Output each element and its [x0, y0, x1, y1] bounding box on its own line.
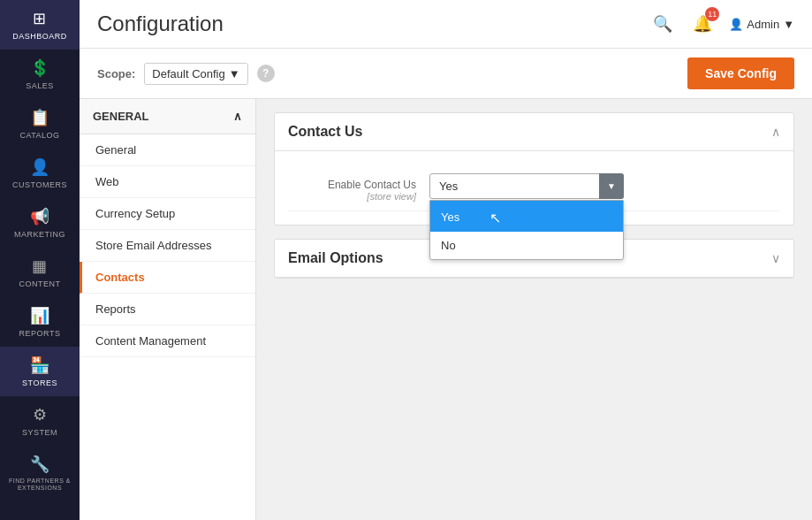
sidebar: ⊞ DASHBOARD 💲 SALES 📋 CATALOG 👤 CUSTOMER… — [0, 0, 80, 520]
left-nav-item-reports[interactable]: Reports — [80, 294, 255, 325]
header-actions: 🔍 🔔 11 👤 Admin ▼ — [649, 11, 794, 37]
sidebar-item-sales[interactable]: 💲 SALES — [0, 50, 80, 99]
collapse-up-icon: ∧ — [233, 110, 242, 123]
left-nav-item-general[interactable]: General — [80, 134, 255, 166]
admin-label: Admin — [747, 18, 779, 31]
left-nav-item-web[interactable]: Web — [80, 166, 255, 198]
chevron-down-icon: ▼ — [783, 18, 794, 31]
sidebar-item-reports[interactable]: 📊 REPORTS — [0, 297, 80, 347]
contact-us-section: Contact Us ∧ Enable Contact Us [store vi… — [274, 112, 794, 226]
sales-icon: 💲 — [30, 58, 50, 78]
content-icon: ▦ — [32, 256, 48, 276]
scope-bar: Scope: Default Config ▼ ? Save Config — [80, 49, 812, 99]
sidebar-item-stores[interactable]: 🏪 STORES — [0, 347, 80, 396]
admin-menu-button[interactable]: 👤 Admin ▼ — [729, 18, 794, 31]
system-icon: ⚙ — [33, 405, 48, 424]
left-nav-item-contacts[interactable]: Contacts — [80, 262, 255, 294]
sidebar-item-catalog[interactable]: 📋 CATALOG — [0, 99, 80, 149]
notifications-button[interactable]: 🔔 11 — [689, 11, 716, 37]
section-title: GENERAL — [93, 110, 149, 123]
contact-us-header[interactable]: Contact Us ∧ — [275, 113, 793, 151]
sidebar-item-dashboard[interactable]: ⊞ DASHBOARD — [0, 0, 80, 50]
catalog-icon: 📋 — [30, 108, 50, 127]
user-icon: 👤 — [729, 18, 743, 31]
sidebar-item-label: REPORTS — [19, 329, 61, 338]
extensions-icon: 🔧 — [30, 455, 50, 474]
help-icon[interactable]: ? — [257, 65, 275, 82]
scope-label: Scope: — [97, 67, 135, 80]
sidebar-item-content[interactable]: ▦ CONTENT — [0, 248, 80, 297]
sidebar-item-find-partners[interactable]: 🔧 FIND PARTNERS & EXTENSIONS — [0, 446, 80, 501]
scope-select[interactable]: Default Config ▼ — [144, 63, 247, 85]
sidebar-item-system[interactable]: ⚙ SYSTEM — [0, 396, 80, 446]
left-nav: GENERAL ∧ General Web Currency Setup Sto… — [80, 99, 256, 520]
reports-icon: 📊 — [30, 306, 50, 325]
dropdown-popup: Yes ↖ No — [429, 200, 624, 260]
marketing-icon: 📢 — [30, 207, 50, 226]
scope-chevron-icon: ▼ — [229, 67, 240, 80]
dropdown-current-value[interactable]: Yes — [429, 173, 624, 199]
right-content: Contact Us ∧ Enable Contact Us [store vi… — [256, 99, 812, 520]
sidebar-item-label: MARKETING — [14, 230, 65, 239]
sidebar-item-label: CUSTOMERS — [12, 180, 67, 189]
left-nav-item-currency-setup[interactable]: Currency Setup — [80, 198, 255, 230]
sidebar-item-marketing[interactable]: 📢 MARKETING — [0, 198, 80, 248]
content-area: GENERAL ∧ General Web Currency Setup Sto… — [80, 99, 812, 520]
sidebar-item-label: FIND PARTNERS & EXTENSIONS — [4, 478, 75, 493]
search-button[interactable]: 🔍 — [649, 11, 676, 37]
left-nav-section-general[interactable]: GENERAL ∧ — [80, 99, 255, 134]
customers-icon: 👤 — [30, 157, 50, 177]
left-nav-item-store-email[interactable]: Store Email Addresses — [80, 230, 255, 262]
sidebar-item-label: DASHBOARD — [12, 32, 67, 41]
scope-value: Default Config — [152, 67, 224, 80]
stores-icon: 🏪 — [30, 356, 50, 375]
page-title: Configuration — [97, 11, 224, 36]
sidebar-item-label: SALES — [26, 81, 54, 90]
scope-left: Scope: Default Config ▼ ? — [97, 63, 275, 85]
contact-us-title: Contact Us — [288, 124, 362, 140]
main-content: Configuration 🔍 🔔 11 👤 Admin ▼ Scope: De… — [80, 0, 812, 520]
contact-us-body: Enable Contact Us [store view] Yes ▼ — [275, 151, 793, 225]
enable-contact-us-control: Yes ▼ Yes ↖ — [429, 173, 780, 199]
sidebar-item-label: SYSTEM — [22, 428, 57, 437]
dropdown-option-no[interactable]: No — [430, 232, 623, 259]
sidebar-item-label: CATALOG — [19, 131, 59, 140]
save-config-button[interactable]: Save Config — [687, 57, 794, 89]
enable-contact-us-row: Enable Contact Us [store view] Yes ▼ — [288, 164, 780, 211]
sidebar-item-label: CONTENT — [19, 279, 61, 288]
dropdown-option-yes[interactable]: Yes ↖ — [430, 201, 623, 232]
header: Configuration 🔍 🔔 11 👤 Admin ▼ — [80, 0, 812, 49]
sidebar-item-customers[interactable]: 👤 CUSTOMERS — [0, 149, 80, 198]
enable-contact-us-dropdown: Yes ▼ Yes ↖ — [429, 173, 624, 199]
left-nav-item-content-management[interactable]: Content Management — [80, 325, 255, 357]
email-options-title: Email Options — [288, 250, 383, 266]
email-options-collapse-icon: ∨ — [771, 251, 780, 265]
field-sublabel: [store view] — [288, 191, 416, 202]
sidebar-item-label: STORES — [22, 379, 57, 387]
enable-contact-us-label: Enable Contact Us [store view] — [288, 173, 429, 202]
contact-us-collapse-icon: ∧ — [771, 125, 780, 139]
dashboard-icon: ⊞ — [33, 9, 47, 28]
search-icon: 🔍 — [653, 15, 672, 33]
notification-count: 11 — [705, 7, 719, 21]
